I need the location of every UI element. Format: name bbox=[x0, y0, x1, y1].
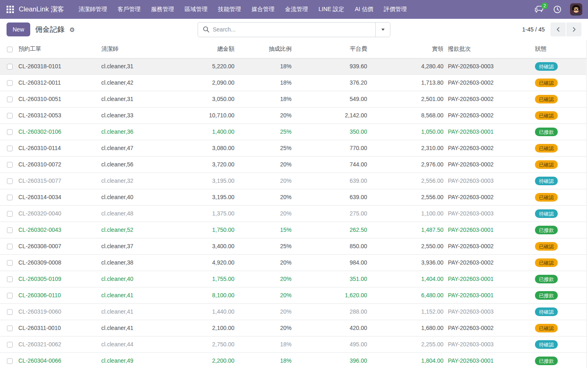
fee-cell[interactable]: 396.00 bbox=[293, 352, 369, 368]
order-cell[interactable]: CL-260310-0114 bbox=[16, 140, 99, 156]
table-row[interactable]: CL-260302-0043cl.cleaner,521,750.0015%26… bbox=[0, 222, 587, 238]
status-cell[interactable]: 待確認 bbox=[533, 303, 587, 320]
rate-cell[interactable]: 20% bbox=[236, 303, 293, 320]
row-select-cell[interactable] bbox=[0, 303, 16, 320]
pager-next-button[interactable] bbox=[566, 22, 581, 36]
net-cell[interactable]: 1,487.50 bbox=[369, 222, 445, 238]
net-cell[interactable]: 2,501.00 bbox=[369, 91, 445, 107]
total-cell[interactable]: 1,755.00 bbox=[177, 271, 236, 287]
rate-cell[interactable]: 18% bbox=[236, 352, 293, 368]
fee-cell[interactable]: 939.60 bbox=[293, 58, 369, 74]
row-select-cell[interactable] bbox=[0, 107, 16, 123]
total-cell[interactable]: 3,195.00 bbox=[177, 173, 236, 189]
total-cell[interactable]: 2,100.00 bbox=[177, 320, 236, 336]
rate-cell[interactable]: 20% bbox=[236, 320, 293, 336]
fee-cell[interactable]: 376.20 bbox=[293, 74, 369, 91]
row-checkbox[interactable] bbox=[7, 325, 13, 331]
search-dropdown-toggle[interactable] bbox=[375, 22, 390, 37]
nav-menu-item-8[interactable]: AI 估價 bbox=[350, 0, 379, 19]
net-cell[interactable]: 1,804.00 bbox=[369, 352, 445, 368]
total-cell[interactable]: 8,100.00 bbox=[177, 287, 236, 303]
total-cell[interactable]: 10,710.00 bbox=[177, 107, 236, 123]
row-select-cell[interactable] bbox=[0, 123, 16, 140]
rate-cell[interactable]: 25% bbox=[236, 140, 293, 156]
order-cell[interactable]: CL-260308-0007 bbox=[16, 238, 99, 254]
row-select-cell[interactable] bbox=[0, 271, 16, 287]
total-cell[interactable]: 3,080.00 bbox=[177, 140, 236, 156]
row-select-cell[interactable] bbox=[0, 254, 16, 271]
cleaner-cell[interactable]: cl.cleaner,32 bbox=[99, 173, 177, 189]
cleaner-cell[interactable]: cl.cleaner,44 bbox=[99, 336, 177, 352]
rate-cell[interactable]: 18% bbox=[236, 336, 293, 352]
rate-cell[interactable]: 25% bbox=[236, 123, 293, 140]
total-cell[interactable]: 2,090.00 bbox=[177, 74, 236, 91]
net-cell[interactable]: 2,556.00 bbox=[369, 189, 445, 205]
fee-cell[interactable]: 495.00 bbox=[293, 336, 369, 352]
row-select-cell[interactable] bbox=[0, 173, 16, 189]
fee-cell[interactable]: 262.50 bbox=[293, 222, 369, 238]
batch-cell[interactable]: PAY-202603-0003 bbox=[445, 336, 533, 352]
row-checkbox[interactable] bbox=[7, 178, 13, 184]
table-row[interactable]: CL-260315-0077cl.cleaner,323,195.0020%63… bbox=[0, 173, 587, 189]
batch-cell[interactable]: PAY-202603-0002 bbox=[445, 320, 533, 336]
batch-cell[interactable]: PAY-202603-0001 bbox=[445, 271, 533, 287]
cleaner-cell[interactable]: cl.cleaner,56 bbox=[99, 156, 177, 173]
cleaner-cell[interactable]: cl.cleaner,52 bbox=[99, 222, 177, 238]
status-cell[interactable]: 已撥款 bbox=[533, 123, 587, 140]
status-cell[interactable]: 待確認 bbox=[533, 173, 587, 189]
new-button[interactable]: New bbox=[7, 22, 30, 36]
table-row[interactable]: CL-260309-0008cl.cleaner,384,920.0020%98… bbox=[0, 254, 587, 271]
cleaner-cell[interactable]: cl.cleaner,48 bbox=[99, 205, 177, 222]
net-cell[interactable]: 2,976.00 bbox=[369, 156, 445, 173]
order-cell[interactable]: CL-260309-0008 bbox=[16, 254, 99, 271]
cleaner-cell[interactable]: cl.cleaner,38 bbox=[99, 254, 177, 271]
row-checkbox[interactable] bbox=[7, 96, 13, 102]
net-cell[interactable]: 2,255.00 bbox=[369, 336, 445, 352]
nav-menu-item-9[interactable]: 評價管理 bbox=[379, 0, 412, 19]
order-cell[interactable]: CL-260310-0051 bbox=[16, 91, 99, 107]
fee-cell[interactable]: 850.00 bbox=[293, 238, 369, 254]
cleaner-cell[interactable]: cl.cleaner,41 bbox=[99, 320, 177, 336]
rate-cell[interactable]: 20% bbox=[236, 107, 293, 123]
net-cell[interactable]: 1,713.80 bbox=[369, 74, 445, 91]
net-cell[interactable]: 1,050.00 bbox=[369, 123, 445, 140]
nav-menu-item-6[interactable]: 金流管理 bbox=[280, 0, 313, 19]
fee-cell[interactable]: 639.00 bbox=[293, 189, 369, 205]
nav-menu-item-1[interactable]: 客戶管理 bbox=[112, 0, 146, 19]
nav-menu-item-2[interactable]: 服務管理 bbox=[146, 0, 179, 19]
rate-cell[interactable]: 15% bbox=[236, 222, 293, 238]
batch-cell[interactable]: PAY-202603-0001 bbox=[445, 222, 533, 238]
row-select-cell[interactable] bbox=[0, 205, 16, 222]
row-select-cell[interactable] bbox=[0, 222, 16, 238]
gear-icon[interactable]: ⚙ bbox=[69, 27, 75, 33]
cleaner-cell[interactable]: cl.cleaner,40 bbox=[99, 189, 177, 205]
total-cell[interactable]: 4,920.00 bbox=[177, 254, 236, 271]
search-input[interactable] bbox=[213, 26, 375, 33]
cleaner-cell[interactable]: cl.cleaner,42 bbox=[99, 74, 177, 91]
batch-cell[interactable]: PAY-202603-0003 bbox=[445, 303, 533, 320]
row-checkbox[interactable] bbox=[7, 309, 13, 315]
net-cell[interactable]: 2,310.00 bbox=[369, 140, 445, 156]
table-row[interactable]: CL-260308-0007cl.cleaner,373,400.0025%85… bbox=[0, 238, 587, 254]
row-select-cell[interactable] bbox=[0, 189, 16, 205]
order-cell[interactable]: CL-260314-0034 bbox=[16, 189, 99, 205]
total-cell[interactable]: 2,750.00 bbox=[177, 336, 236, 352]
order-cell[interactable]: CL-260319-0060 bbox=[16, 303, 99, 320]
fee-cell[interactable]: 288.00 bbox=[293, 303, 369, 320]
net-cell[interactable]: 2,550.00 bbox=[369, 238, 445, 254]
row-checkbox[interactable] bbox=[7, 211, 13, 217]
order-cell[interactable]: CL-260320-0040 bbox=[16, 205, 99, 222]
net-cell[interactable]: 1,100.00 bbox=[369, 205, 445, 222]
row-checkbox[interactable] bbox=[7, 227, 13, 233]
row-checkbox[interactable] bbox=[7, 195, 13, 200]
total-cell[interactable]: 3,400.00 bbox=[177, 238, 236, 254]
status-cell[interactable]: 已確認 bbox=[533, 238, 587, 254]
row-checkbox[interactable] bbox=[7, 146, 13, 151]
fee-cell[interactable]: 1,620.00 bbox=[293, 287, 369, 303]
row-checkbox[interactable] bbox=[7, 64, 13, 70]
batch-cell[interactable]: PAY-202603-0002 bbox=[445, 107, 533, 123]
total-cell[interactable]: 1,750.00 bbox=[177, 222, 236, 238]
table-row[interactable]: CL-260312-0053cl.cleaner,3310,710.0020%2… bbox=[0, 107, 587, 123]
row-select-cell[interactable] bbox=[0, 287, 16, 303]
net-cell[interactable]: 1,404.00 bbox=[369, 271, 445, 287]
